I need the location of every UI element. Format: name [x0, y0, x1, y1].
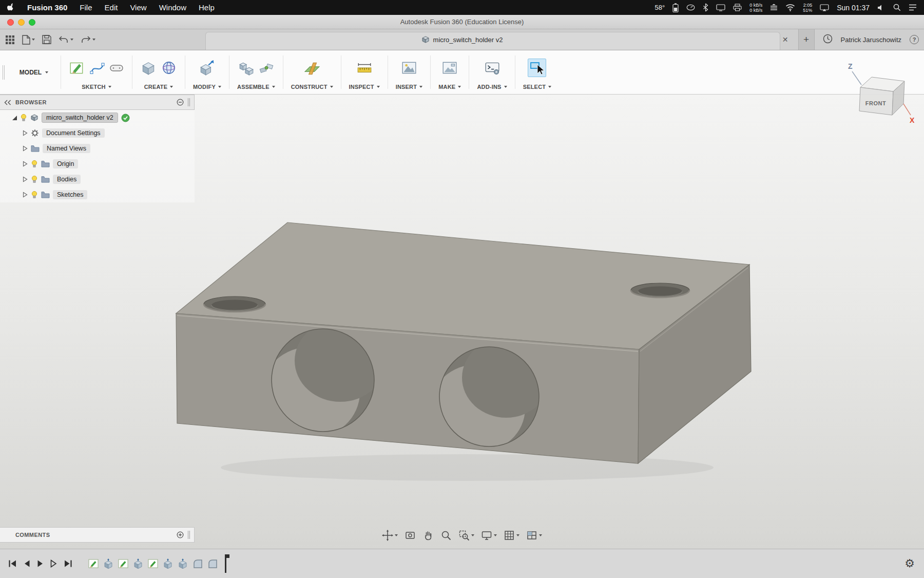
airplay-display-icon[interactable]	[820, 4, 829, 11]
browser-item-label[interactable]: Sketches	[53, 190, 87, 199]
gear-icon[interactable]: ⚙	[904, 558, 915, 569]
panel-minus-icon[interactable]	[177, 99, 184, 106]
measure-icon[interactable]	[356, 60, 373, 76]
step-back-button[interactable]	[24, 560, 30, 568]
insert-image-icon[interactable]	[401, 60, 417, 76]
comments-bar[interactable]: COMMENTS	[0, 527, 195, 543]
create-sketch-icon[interactable]	[69, 60, 85, 76]
disclosure-closed-icon[interactable]	[23, 192, 28, 198]
disclosure-open-icon[interactable]	[12, 116, 17, 120]
ribbon-group-dropdown[interactable]: SKETCH	[82, 82, 111, 92]
ribbon-group-dropdown[interactable]: INSERT	[396, 82, 423, 92]
lightbulb-icon[interactable]	[31, 175, 38, 184]
lightbulb-icon[interactable]	[20, 114, 27, 122]
close-tab-button[interactable]: ✕	[781, 35, 790, 44]
browser-item-origin[interactable]: Origin	[0, 156, 195, 172]
zoom-button[interactable]	[440, 530, 452, 541]
viewports-button[interactable]	[526, 530, 542, 541]
timeline-extrude-feature[interactable]	[132, 558, 144, 569]
disclosure-closed-icon[interactable]	[23, 176, 28, 182]
timeline-sketch-feature[interactable]	[147, 558, 159, 569]
select-tool-icon[interactable]	[528, 59, 546, 77]
grid-snaps-button[interactable]	[504, 530, 519, 541]
wifi-icon[interactable]	[785, 4, 795, 11]
timeline-playhead[interactable]	[225, 554, 226, 573]
battery-icon[interactable]	[672, 3, 679, 12]
timeline-fillet-feature[interactable]	[192, 558, 203, 569]
stack-icon[interactable]	[770, 4, 778, 11]
menu-file[interactable]: File	[80, 3, 92, 12]
clock-battery-stats[interactable]: 2:05 51%	[803, 3, 812, 13]
viewcube[interactable]: Z FRONT X	[840, 55, 917, 133]
menu-edit[interactable]: Edit	[105, 3, 118, 12]
menu-view[interactable]: View	[130, 3, 146, 12]
temperature-label[interactable]: 58°	[654, 4, 665, 11]
comments-collapse-icon[interactable]	[177, 531, 184, 538]
browser-item-label[interactable]: Document Settings	[42, 128, 105, 138]
browser-root-label[interactable]: micro_switch_holder v2	[42, 113, 118, 123]
ribbon-group-dropdown[interactable]: SELECT	[523, 82, 552, 92]
bluetooth-icon[interactable]	[703, 3, 708, 12]
help-button[interactable]: ?	[910, 35, 919, 44]
timeline-extrude-feature[interactable]	[103, 558, 114, 569]
ribbon-group-dropdown[interactable]: INSPECT	[349, 82, 380, 92]
lightbulb-icon[interactable]	[31, 160, 38, 169]
timeline-extrude-feature[interactable]	[177, 558, 188, 569]
timeline-extrude-feature[interactable]	[162, 558, 174, 569]
viewcube-axis-z-label[interactable]: Z	[848, 62, 853, 70]
browser-item-sketches[interactable]: Sketches	[0, 187, 195, 202]
ribbon-group-dropdown[interactable]: MAKE	[438, 82, 461, 92]
workspace-selector[interactable]: MODEL	[7, 50, 61, 94]
printer-icon[interactable]	[733, 4, 742, 11]
gauge-icon[interactable]	[686, 3, 695, 12]
datetime-label[interactable]: Sun 01:37	[837, 4, 870, 12]
browser-item-named-views[interactable]: Named Views	[0, 141, 195, 156]
browser-item-root[interactable]: micro_switch_holder v2	[0, 110, 195, 125]
ribbon-group-dropdown[interactable]: ASSEMBLE	[237, 82, 275, 92]
menu-help[interactable]: Help	[199, 3, 215, 12]
panel-grip[interactable]	[188, 98, 190, 106]
scripts-addins-icon[interactable]	[484, 60, 500, 76]
browser-item-label[interactable]: Bodies	[53, 175, 81, 184]
spline-icon[interactable]	[89, 60, 105, 76]
new-component-icon[interactable]	[238, 60, 255, 76]
apple-menu-icon[interactable]	[7, 3, 15, 12]
disclosure-closed-icon[interactable]	[23, 161, 28, 167]
ribbon-group-dropdown[interactable]: ADD-INS	[477, 82, 507, 92]
fit-button[interactable]	[458, 530, 474, 541]
volume-icon[interactable]	[877, 4, 886, 11]
user-account-button[interactable]: Patrick Jaruschowitz	[841, 36, 901, 44]
search-icon[interactable]	[893, 4, 901, 11]
new-tab-button[interactable]: +	[798, 29, 815, 50]
viewcube-axis-x-label[interactable]: X	[910, 116, 915, 124]
browser-item-label[interactable]: Origin	[53, 159, 78, 169]
joint-icon[interactable]	[259, 60, 274, 76]
ribbon-group-dropdown[interactable]: CREATE	[144, 82, 174, 92]
go-to-end-button[interactable]	[64, 560, 72, 568]
play-button[interactable]	[37, 560, 44, 568]
ribbon-group-dropdown[interactable]: MODIFY	[193, 82, 221, 92]
slot-icon[interactable]	[109, 60, 124, 76]
browser-item-bodies[interactable]: Bodies	[0, 172, 195, 187]
browser-item-label[interactable]: Named Views	[43, 144, 90, 153]
timeline-sketch-feature[interactable]	[88, 558, 99, 569]
collapse-panel-icon[interactable]	[4, 100, 11, 105]
viewport-canvas[interactable]: BROWSER micro_switch_holder v2 Document …	[0, 95, 924, 549]
timeline-sketch-feature[interactable]	[118, 558, 129, 569]
panel-grip[interactable]	[188, 531, 190, 539]
go-to-start-button[interactable]	[8, 560, 17, 568]
pan-button[interactable]	[422, 530, 434, 541]
make-3d-print-icon[interactable]	[441, 60, 458, 76]
timeline-fillet-feature[interactable]	[207, 558, 218, 569]
look-at-button[interactable]	[405, 530, 416, 541]
construction-plane-icon[interactable]	[304, 60, 320, 76]
step-forward-button[interactable]	[50, 560, 57, 568]
browser-item-document-settings[interactable]: Document Settings	[0, 125, 195, 141]
disclosure-closed-icon[interactable]	[23, 145, 28, 152]
top-hole-right[interactable]	[631, 283, 689, 297]
new-body-box-icon[interactable]	[140, 60, 157, 76]
press-pull-icon[interactable]	[199, 60, 215, 76]
top-hole-left[interactable]	[204, 296, 265, 312]
menubar-app-name[interactable]: Fusion 360	[27, 3, 67, 12]
history-clock-icon[interactable]	[823, 34, 833, 46]
